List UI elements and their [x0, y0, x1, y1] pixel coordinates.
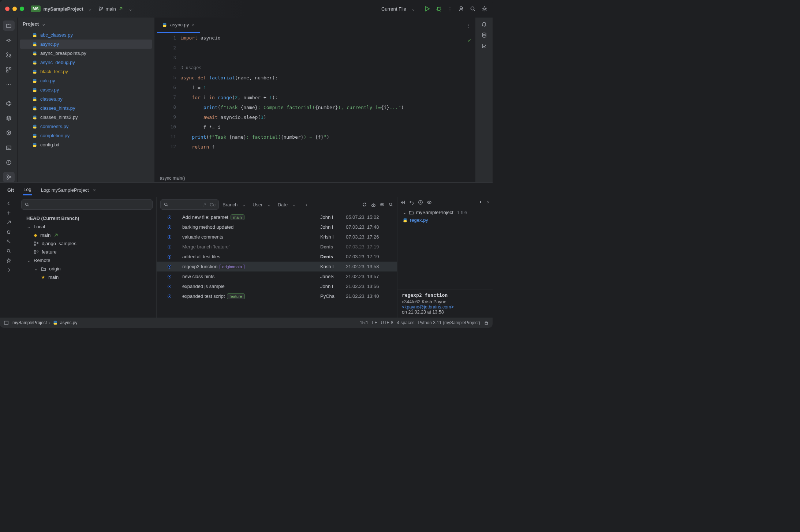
minimize-window-button[interactable] [12, 7, 17, 11]
file-item[interactable]: completion.py [18, 131, 154, 140]
commit-row[interactable]: valuable commentsKrish I07.03.23, 17:26 [157, 232, 397, 242]
services-tool-button[interactable] [3, 128, 15, 138]
search-icon[interactable] [470, 6, 476, 12]
file-item[interactable]: abc_classes.py [18, 30, 154, 40]
sci-view-icon[interactable] [481, 43, 487, 49]
head-branch-row[interactable]: HEAD (Current Branch) [20, 214, 153, 222]
close-window-button[interactable] [5, 7, 10, 11]
expand-icon[interactable] [478, 199, 483, 205]
branch-filter[interactable]: Branch⌄ [223, 202, 249, 207]
interpreter[interactable]: Python 3.11 (mySampleProject) [418, 320, 480, 325]
indent-setting[interactable]: 4 spaces [397, 320, 415, 325]
date-filter[interactable]: Date⌄ [278, 202, 299, 207]
file-item[interactable]: async_breakpoints.py [18, 49, 154, 58]
file-item[interactable]: classes_hints2.py [18, 113, 154, 122]
history-icon[interactable] [418, 200, 423, 205]
eye-icon[interactable] [380, 202, 385, 207]
module-icon[interactable] [4, 320, 9, 325]
commit-list[interactable]: Add new file: parametmainJohn I05.07.23,… [157, 212, 397, 318]
more-tool-button[interactable]: ⋯ [3, 79, 15, 90]
pull-requests-tool-button[interactable] [3, 50, 15, 60]
maximize-window-button[interactable] [20, 7, 24, 11]
branch-item[interactable]: ★ main [20, 273, 153, 281]
refresh-icon[interactable] [362, 202, 367, 207]
kebab-menu-icon[interactable]: ⋮ [466, 23, 471, 28]
python-packages-tool-button[interactable] [3, 113, 15, 123]
regex-toggle[interactable]: .* [203, 202, 206, 207]
chevron-right-icon[interactable]: › [306, 202, 307, 207]
file-item[interactable]: config.txt [18, 140, 154, 149]
trash-icon[interactable] [6, 229, 11, 235]
kebab-menu-icon[interactable]: ⋮ [448, 6, 452, 12]
database-icon[interactable] [481, 32, 487, 38]
checkout-icon[interactable] [400, 200, 405, 205]
commit-row[interactable]: expanded js sampleJohn I21.02.23, 13:56 [157, 281, 397, 291]
commit-row[interactable]: barking method updatedJohn I07.03.23, 17… [157, 222, 397, 232]
branch-tree[interactable]: HEAD (Current Branch) ⌄ Local ◆ main dja… [18, 212, 156, 318]
line-separator[interactable]: LF [372, 320, 377, 325]
close-icon[interactable]: × [192, 22, 195, 27]
chevron-left-icon[interactable] [6, 201, 11, 206]
run-configuration-picker[interactable]: Current File ⌄ [381, 6, 418, 12]
outgoing-icon[interactable] [6, 239, 11, 244]
revert-icon[interactable] [409, 200, 414, 205]
git-tab-log-project[interactable]: Log: mySampleProject × [40, 185, 97, 195]
file-list[interactable]: abc_classes.pyasync.pyasync_breakpoints.… [18, 30, 154, 182]
incoming-icon[interactable] [6, 220, 11, 225]
search-icon[interactable] [6, 248, 11, 254]
file-item[interactable]: comments.py [18, 122, 154, 131]
details-file-row[interactable]: regex.py [400, 216, 490, 224]
commit-row[interactable]: added all test filesDenis07.03.23, 17:19 [157, 252, 397, 262]
notifications-icon[interactable] [481, 21, 487, 27]
editor-code[interactable]: import asyncio 3 usages async def factor… [180, 33, 475, 174]
commit-search-input[interactable]: .* Cc [160, 199, 219, 210]
commit-tool-button[interactable] [3, 35, 15, 45]
branch-item[interactable]: feature [20, 248, 153, 256]
close-icon[interactable]: × [93, 187, 96, 193]
file-item[interactable]: calc.py [18, 76, 154, 85]
editor-tab-active[interactable]: async.py × [157, 18, 200, 33]
code-with-me-icon[interactable] [458, 6, 464, 12]
commit-row[interactable]: new class hintsJaneS21.02.23, 13:57 [157, 271, 397, 281]
remote-group[interactable]: ⌄ Remote [20, 256, 153, 265]
problems-tool-button[interactable] [3, 157, 15, 168]
file-item[interactable]: classes_hints.py [18, 104, 154, 113]
cherry-pick-icon[interactable] [371, 202, 376, 207]
commit-row[interactable]: Add new file: parametmainJohn I05.07.23,… [157, 212, 397, 222]
git-tab-git[interactable]: Git [7, 185, 15, 195]
details-project-row[interactable]: ⌄ mySampleProject 1 file [400, 209, 490, 216]
close-icon[interactable]: × [487, 199, 490, 205]
project-tool-button[interactable] [3, 20, 15, 31]
file-item[interactable]: classes.py [18, 94, 154, 104]
user-filter[interactable]: User⌄ [253, 202, 274, 207]
branch-search-input[interactable] [21, 199, 153, 210]
code-editor[interactable]: ✓ 123456789101112 import asyncio 3 usage… [155, 33, 475, 174]
terminal-tool-button[interactable] [3, 143, 15, 153]
branch-picker[interactable]: main ⌄ [98, 6, 135, 12]
file-item[interactable]: async.py [20, 40, 152, 49]
structure-tool-button[interactable] [3, 65, 15, 75]
commit-row[interactable]: Merge branch 'feature'Denis07.03.23, 17:… [157, 242, 397, 252]
run-icon[interactable] [424, 6, 430, 12]
file-item[interactable]: cases.py [18, 85, 154, 94]
search-icon[interactable] [388, 202, 393, 207]
chevron-down-icon[interactable]: ⌄ [42, 21, 46, 27]
remote-origin-group[interactable]: ⌄ origin [20, 265, 153, 273]
file-item[interactable]: async_debug.py [18, 58, 154, 67]
star-icon[interactable] [6, 258, 11, 263]
file-item[interactable]: black_test.py [18, 67, 154, 76]
project-name[interactable]: mySampleProject [44, 6, 83, 12]
lock-icon[interactable] [484, 320, 489, 325]
plus-icon[interactable] [6, 210, 11, 216]
git-tool-button[interactable] [3, 172, 15, 182]
breadcrumb[interactable]: mySampleProject › async.py [12, 320, 77, 325]
chevron-right-icon[interactable] [6, 267, 11, 273]
python-console-tool-button[interactable] [3, 98, 15, 109]
chevron-down-icon[interactable]: ⌄ [88, 6, 92, 12]
editor-breadcrumb[interactable]: async main() [155, 174, 475, 182]
match-case-toggle[interactable]: Cc [210, 202, 216, 207]
branch-item[interactable]: django_samples [20, 239, 153, 248]
file-encoding[interactable]: UTF-8 [381, 320, 393, 325]
gear-icon[interactable] [482, 6, 487, 12]
git-tab-log[interactable]: Log [23, 184, 32, 195]
